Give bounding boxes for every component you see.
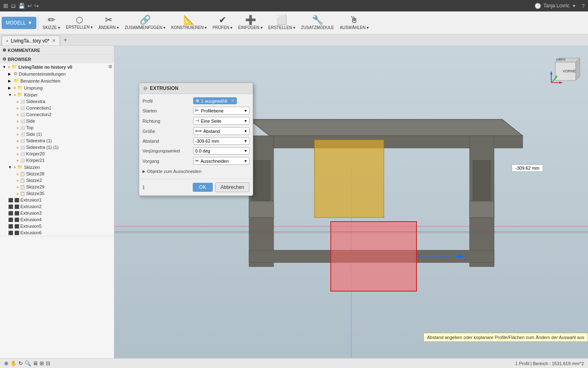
tree-item-skizze28[interactable]: ● 📋 Skizze28 (0, 171, 114, 177)
dialog-body: Profil ⊕ 1 ausgewählt ✕ Starten (139, 94, 253, 179)
tree-item-extrusion6[interactable]: ⬛ ⬛ Extrusion6 (0, 229, 114, 236)
item-label: Connection1 (26, 105, 51, 110)
tree-item-skizze29[interactable]: ● 📋 Skizze29 (0, 184, 114, 190)
file-icon[interactable]: 🗂 (11, 3, 16, 9)
user-dropdown-icon[interactable]: ▼ (572, 4, 576, 8)
comments-header[interactable]: ⊕ KOMMENTARE (0, 46, 114, 54)
ok-button[interactable]: OK (193, 183, 213, 192)
starten-icon: ⊢ (195, 108, 199, 113)
control-grosse[interactable]: ⟺ Abstand ▼ (193, 127, 249, 135)
info-icon[interactable]: ℹ (143, 184, 145, 191)
user-name[interactable]: Tanja Lovric (543, 3, 570, 9)
tree-item-top[interactable]: ● ⬜ Top (0, 124, 114, 131)
extrude-icon: ⬛ (8, 198, 13, 202)
select-starten[interactable]: ⊢ Profilebene ▼ (193, 107, 249, 114)
select-richtung[interactable]: ⊣ Eine Seite ▼ (193, 117, 249, 125)
tree-item-ansichten[interactable]: ▶ 📁 Benannte Ansichten (0, 77, 114, 84)
toolbar-andern[interactable]: ✂ ÄNDERN ▾ (96, 15, 121, 31)
tree-item-ursprung[interactable]: ▶ ● 📁 Ursprung (0, 84, 114, 91)
tree-item-dokeinst[interactable]: ▶ ⚙ Dokumenteinstellungen (0, 70, 114, 77)
grosse-value: Abstand (203, 129, 220, 134)
dialog-title-icon: ⊖ (143, 85, 147, 91)
profile-badge[interactable]: ⊕ 1 ausgewählt ✕ (193, 97, 237, 104)
toolbar-zusammenfugen[interactable]: 🔗 ZUSAMMENFÜGEN ▾ (122, 15, 168, 31)
item-label: Körper20 (26, 151, 45, 156)
hand-icon[interactable]: ✋ (10, 360, 17, 366)
save-icon[interactable]: 💾 (18, 3, 25, 9)
toolbar-auswahlen[interactable]: 🖱 AUSWÄHLEN ▾ (337, 15, 371, 31)
toolbar-erstellen[interactable]: ⬡ ERSTELLEN ▾ (63, 15, 95, 30)
cursor-icon[interactable]: ⊕ (4, 360, 9, 366)
control-starten[interactable]: ⊢ Profilebene ▼ (193, 107, 249, 114)
tree-item-extrusion2[interactable]: ⬛ ⬛ Extrusion2 (0, 203, 114, 210)
comments-label: KOMMENTARE (8, 48, 40, 53)
tree-item-extrusion4[interactable]: ⬛ ⬛ Extrusion4 (0, 216, 114, 223)
toolbar-skizze[interactable]: ✏ SKIZZE ▾ (40, 15, 62, 31)
control-vorgang[interactable]: ✂ Ausschneiden ▼ (193, 157, 249, 165)
display-icon[interactable]: ⊟ (46, 360, 50, 366)
body-icon: ⬜ (20, 106, 25, 110)
grid-icon[interactable]: ⊞ (40, 360, 44, 366)
tree-item-conn2[interactable]: ● ⬜ Connection2 (0, 111, 114, 118)
arrow-icon: ▶ (8, 72, 12, 76)
new-tab-button[interactable]: + (60, 36, 70, 45)
tree-item-sideextra[interactable]: ● ⬜ Sideextra (0, 98, 114, 105)
body-icon: ⬜ (20, 132, 25, 137)
objects-collapse[interactable]: ▶ Objekte zum Ausschneiden (143, 167, 249, 175)
control-verjung[interactable]: 0.0 deg ▼ (193, 147, 249, 155)
tree-item-korper20[interactable]: ● ⬜ Körper20 (0, 150, 114, 157)
toolbar-zusatzmodule[interactable]: 🔧 ZUSATZMODULE (298, 15, 336, 31)
tree-item-skizzen[interactable]: ▼ ● 📁 Skizzen (0, 164, 114, 171)
input-abstand[interactable]: -309.62 mm ▼ (193, 137, 249, 145)
root-options-icon[interactable]: ⚙ (108, 64, 112, 70)
tree-item-side1[interactable]: ● ⬜ Side (1) (0, 131, 114, 137)
orbit-icon[interactable]: ↻ (18, 360, 23, 366)
undo-icon[interactable]: ↩ (27, 3, 32, 9)
control-abstand[interactable]: -309.62 mm ▼ (193, 137, 249, 145)
item-label: Extrusion6 (20, 230, 42, 235)
viewport[interactable]: VORNE OBEN -309.62 mm Abstand angeben od… (114, 46, 588, 358)
tree-root-item[interactable]: ▼ ● 📁 LivingTable no history v0 ⚙ (0, 63, 114, 70)
item-label: Extrusion3 (20, 211, 42, 215)
redo-icon[interactable]: ↪ (34, 3, 39, 9)
control-richtung[interactable]: ⊣ Eine Seite ▼ (193, 117, 249, 125)
main-area: ⊕ KOMMENTARE ⊖ BROWSER ▼ ● 📁 LivingTable… (0, 46, 588, 358)
item-label: Extrusion5 (20, 224, 42, 229)
tree-item-sideextra1[interactable]: ● ⬜ Sideextra (1) (0, 137, 114, 144)
tree-item-korper21[interactable]: ● ⬜ Körper21 (0, 157, 114, 164)
root-folder-icon: 📁 (11, 64, 17, 70)
view-icon[interactable]: 🖥 (33, 360, 38, 366)
tree-item-korper[interactable]: ▼ ● 📁 Körper (0, 91, 114, 98)
select-grosse[interactable]: ⟺ Abstand ▼ (193, 127, 249, 135)
profile-clear-button[interactable]: ✕ (231, 98, 234, 103)
model-button[interactable]: MODELL ▼ (2, 17, 36, 29)
toolbar-einfugen[interactable]: ➕ EINFÜGEN ▾ (236, 15, 265, 31)
collapse-arrow-icon: ▶ (143, 169, 145, 173)
browser-header[interactable]: ⊖ BROWSER (0, 55, 114, 63)
select-vorgang[interactable]: ✂ Ausschneiden ▼ (193, 157, 249, 165)
tree-item-skizze2[interactable]: ● 📋 Skizze2 (0, 177, 114, 184)
view-cube[interactable]: VORNE OBEN (547, 50, 584, 87)
toolbar-konstruieren[interactable]: 📐 KONSTRUIEREN ▾ (169, 15, 209, 31)
active-tab[interactable]: ● LivingTa...tory v0* ✕ (2, 36, 60, 45)
tab-close-button[interactable]: ✕ (52, 38, 56, 43)
zoom-icon[interactable]: 🔍 (24, 360, 31, 366)
item-label: Sideextra (1) (26, 138, 52, 143)
tree-item-side[interactable]: ● ⬜ Side (0, 118, 114, 124)
tree-item-skizze35[interactable]: ● 📋 Skizze35 (0, 190, 114, 197)
tree-item-conn1[interactable]: ● ⬜ Connection1 (0, 105, 114, 111)
help-icon[interactable]: ? (582, 3, 585, 9)
cancel-button[interactable]: Abbrechen (215, 182, 249, 192)
tree-item-extrusion1[interactable]: ⬛ ⬛ Extrusion1 (0, 197, 114, 203)
toolbar-prufen[interactable]: ✔ PRÜFEN ▾ (210, 15, 235, 31)
tree-item-sideextra11[interactable]: ● ⬜ Sideextra (1) (1) (0, 144, 114, 150)
extrude-icon2: ⬛ (14, 211, 19, 215)
tree-item-extrusion5[interactable]: ⬛ ⬛ Extrusion5 (0, 223, 114, 229)
control-profil[interactable]: ⊕ 1 ausgewählt ✕ (193, 97, 249, 104)
input-verjung[interactable]: 0.0 deg ▼ (193, 147, 249, 155)
tab-label: LivingTa...tory v0* (11, 38, 49, 44)
body-icon: ⬜ (20, 99, 25, 104)
tree-item-extrusion3[interactable]: ⬛ ⬛ Extrusion3 (0, 210, 114, 216)
dialog-titlebar: ⊖ EXTRUSION (139, 83, 253, 94)
toolbar-erstellen2[interactable]: ⬜ ERSTELLEN ▾ (266, 15, 298, 31)
